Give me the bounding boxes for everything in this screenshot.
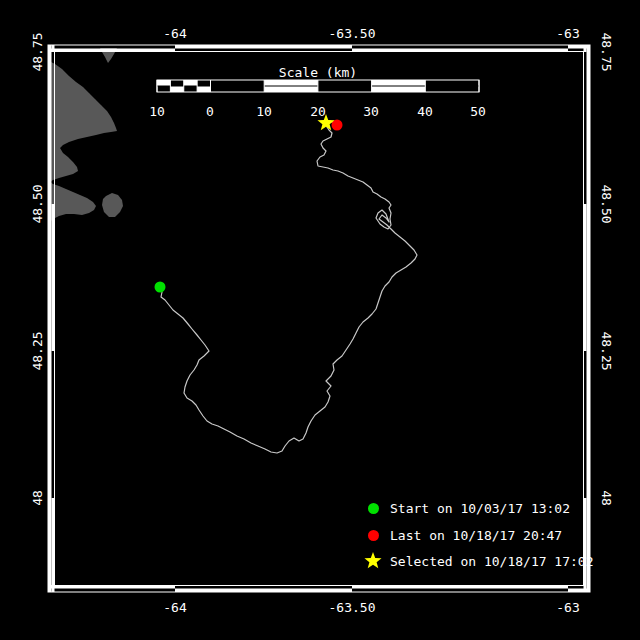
legend-star (363, 551, 383, 571)
y-axis-right-label: 48 (600, 490, 613, 506)
y-axis-right-label: 48.75 (600, 32, 613, 71)
legend-row: Selected on 10/18/17 17:02 (362, 550, 594, 572)
scalebar-distance-label: 50 (470, 105, 486, 118)
y-axis-right-label: 48.50 (600, 184, 613, 223)
scalebar-distance-label: 0 (206, 105, 214, 118)
dot-icon (362, 497, 384, 519)
legend-dot (368, 530, 379, 541)
scalebar-distance-label: 20 (310, 105, 326, 118)
y-axis-right-label: 48.25 (600, 331, 613, 370)
x-axis-bottom-label: -63.50 (329, 601, 376, 614)
frame-seg-left (52, 498, 55, 592)
y-axis-left-label: 48.50 (31, 184, 44, 223)
frame-left-band (48, 45, 52, 592)
frame-seg-right (584, 498, 587, 592)
start-marker (155, 282, 166, 293)
legend-label: Last on 10/18/17 20:47 (390, 529, 562, 542)
star-shape (364, 552, 381, 568)
scalebar-distance-label: 10 (256, 105, 272, 118)
scalebar-cell (157, 80, 170, 86)
y-axis-left-label: 48.75 (31, 32, 44, 71)
y-axis-left-label: 48 (31, 490, 44, 506)
drifter-track-map: -64-63.50-63-64-63.50-6348.7548.5048.254… (0, 0, 640, 640)
x-axis-top-label: -63 (556, 27, 579, 40)
dot-icon (362, 524, 384, 546)
x-axis-bottom-label: -63 (556, 601, 579, 614)
frame-seg-top (352, 49, 568, 53)
y-axis-left-label: 48.25 (31, 331, 44, 370)
frame-seg-bottom (48, 585, 175, 589)
scalebar-distance-label: 40 (417, 105, 433, 118)
scalebar-distance-label: 30 (363, 105, 379, 118)
scalebar-title: Scale (km) (279, 66, 357, 79)
x-axis-top-label: -63.50 (329, 27, 376, 40)
drifter-track (160, 121, 417, 453)
scalebar-cell (184, 80, 197, 86)
frame-right-band (587, 45, 591, 592)
frame-seg-top (48, 49, 175, 53)
frame-seg-top (175, 45, 352, 49)
scalebar-cell (197, 86, 210, 92)
frame-seg-bottom (175, 589, 352, 593)
frame-seg-left (52, 45, 55, 52)
frame-seg-left (52, 204, 55, 351)
x-axis-top-label: -64 (163, 27, 186, 40)
legend-row: Start on 10/03/17 13:02 (362, 497, 570, 519)
frame-seg-right (584, 204, 587, 351)
legend-label: Selected on 10/18/17 17:02 (390, 555, 594, 568)
legend-label: Start on 10/03/17 13:02 (390, 502, 570, 515)
star-icon (362, 550, 384, 572)
frame-seg-bottom (352, 585, 568, 589)
x-axis-bottom-label: -64 (163, 601, 186, 614)
legend-row: Last on 10/18/17 20:47 (362, 524, 562, 546)
scalebar-distance-label: 10 (149, 105, 165, 118)
land-polygon (102, 193, 123, 217)
scalebar-cell (170, 86, 183, 92)
legend-dot (368, 503, 379, 514)
frame-seg-right (584, 45, 587, 52)
